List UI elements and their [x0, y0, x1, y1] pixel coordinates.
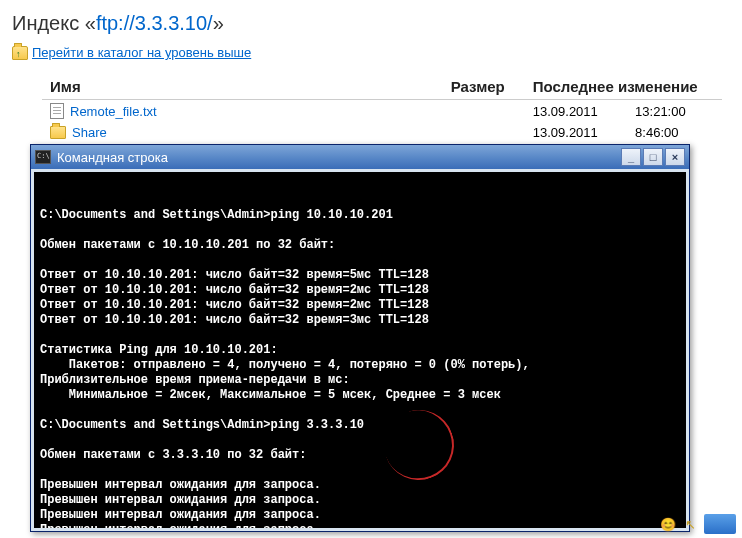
- cmd-app-icon: [35, 150, 51, 164]
- file-date: 13.09.2011: [533, 104, 598, 119]
- tray-icon[interactable]: 😊: [660, 516, 676, 532]
- terminal-line: Превышен интервал ожидания для запроса.: [40, 493, 680, 508]
- folder-icon: [50, 126, 66, 139]
- up-directory-link[interactable]: ↑ Перейти в каталог на уровень выше: [12, 45, 730, 60]
- taskbar-tray: 😊 ↖: [660, 514, 736, 534]
- terminal-line: Превышен интервал ожидания для запроса.: [40, 478, 680, 493]
- col-modified: Последнее изменение: [513, 74, 722, 100]
- maximize-button[interactable]: □: [643, 148, 663, 166]
- file-table: Имя Размер Последнее изменение Remote_fi…: [42, 74, 722, 143]
- terminal-line: Ответ от 10.10.10.201: число байт=32 вре…: [40, 283, 680, 298]
- terminal-line: C:\Documents and Settings\Admin>ping 10.…: [40, 208, 680, 223]
- file-size: [429, 100, 513, 123]
- minimize-button[interactable]: _: [621, 148, 641, 166]
- command-prompt-window[interactable]: Командная строка _ □ × C:\Documents and …: [30, 144, 690, 532]
- terminal-line: [40, 403, 680, 418]
- terminal-line: Ответ от 10.10.10.201: число байт=32 вре…: [40, 268, 680, 283]
- terminal-line: Статистика Ping для 10.10.10.201:: [40, 343, 680, 358]
- terminal-line: [40, 223, 680, 238]
- index-suffix: »: [213, 12, 224, 34]
- table-row[interactable]: Remote_file.txt 13.09.2011 13:21:00: [42, 100, 722, 123]
- terminal-line: Приблизительное время приема-передачи в …: [40, 373, 680, 388]
- window-title: Командная строка: [57, 150, 615, 165]
- taskbar-strip: [704, 514, 736, 534]
- up-link-label: Перейти в каталог на уровень выше: [32, 45, 251, 60]
- col-name: Имя: [42, 74, 429, 100]
- close-button[interactable]: ×: [665, 148, 685, 166]
- terminal-line: Превышен интервал ожидания для запроса.: [40, 523, 680, 528]
- terminal-line: [40, 328, 680, 343]
- index-prefix: Индекс «: [12, 12, 96, 34]
- file-name[interactable]: Share: [72, 125, 107, 140]
- file-time: 13:21:00: [635, 104, 686, 119]
- terminal-line: Превышен интервал ожидания для запроса.: [40, 508, 680, 523]
- terminal-line: Ответ от 10.10.10.201: число байт=32 вре…: [40, 298, 680, 313]
- terminal-line: Пакетов: отправлено = 4, получено = 4, п…: [40, 358, 680, 373]
- index-url[interactable]: ftp://3.3.3.10/: [96, 12, 213, 34]
- terminal-line: Обмен пакетами с 3.3.3.10 по 32 байт:: [40, 448, 680, 463]
- terminal-line: Обмен пакетами с 10.10.10.201 по 32 байт…: [40, 238, 680, 253]
- col-size: Размер: [429, 74, 513, 100]
- terminal-output[interactable]: C:\Documents and Settings\Admin>ping 10.…: [34, 172, 686, 528]
- file-time: 8:46:00: [635, 125, 678, 140]
- file-name[interactable]: Remote_file.txt: [70, 104, 157, 119]
- table-row[interactable]: Share 13.09.2011 8:46:00: [42, 122, 722, 143]
- terminal-line: [40, 253, 680, 268]
- terminal-line: Ответ от 10.10.10.201: число байт=32 вре…: [40, 313, 680, 328]
- terminal-line: [40, 463, 680, 478]
- terminal-line: Минимальное = 2мсек, Максимальное = 5 мс…: [40, 388, 680, 403]
- txt-file-icon: [50, 103, 64, 119]
- titlebar[interactable]: Командная строка _ □ ×: [31, 145, 689, 169]
- terminal-line: [40, 433, 680, 448]
- folder-up-icon: ↑: [12, 46, 28, 60]
- page-title: Индекс «ftp://3.3.3.10/»: [12, 12, 730, 35]
- file-size: [429, 122, 513, 143]
- file-date: 13.09.2011: [533, 125, 598, 140]
- window-buttons: _ □ ×: [621, 148, 685, 166]
- cursor-icon[interactable]: ↖: [682, 516, 698, 532]
- browser-pane: Индекс «ftp://3.3.3.10/» ↑ Перейти в кат…: [0, 0, 742, 151]
- terminal-line: C:\Documents and Settings\Admin>ping 3.3…: [40, 418, 680, 433]
